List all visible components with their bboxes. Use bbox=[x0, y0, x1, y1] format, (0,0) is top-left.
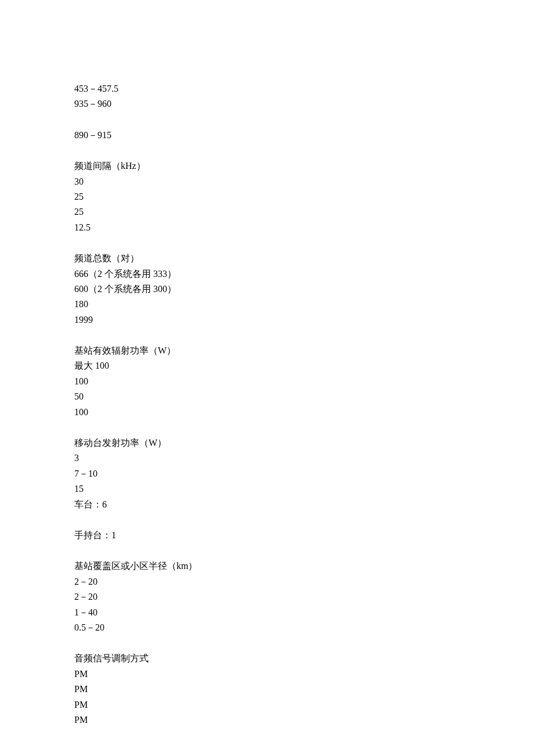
text-line: 180 bbox=[74, 297, 460, 312]
text-line: 频道间隔（kHz） bbox=[74, 159, 460, 174]
text-line: 25 bbox=[74, 189, 460, 204]
text-line: PM bbox=[74, 712, 460, 728]
text-line: 1－40 bbox=[74, 605, 460, 620]
text-line: 7－10 bbox=[74, 466, 460, 481]
text-line: PM bbox=[74, 667, 460, 682]
text-line: 车台：6 bbox=[74, 497, 460, 512]
section-mobile-power: 移动台发射功率（W） 3 7－10 15 车台：6 bbox=[74, 435, 460, 512]
text-line: 50 bbox=[74, 389, 460, 404]
text-line: 手持台：1 bbox=[74, 528, 460, 543]
text-line: 935－960 bbox=[74, 96, 460, 111]
text-line: 2－20 bbox=[74, 574, 460, 589]
text-line: 100 bbox=[74, 374, 460, 389]
text-line: 音频信号调制方式 bbox=[74, 651, 460, 666]
section-freq-range-1: 453－457.5 935－960 bbox=[74, 81, 460, 112]
text-line: 基站覆盖区或小区半径（km） bbox=[74, 559, 460, 574]
text-line: 600（2 个系统各用 300） bbox=[74, 282, 460, 297]
text-line: 453－457.5 bbox=[74, 81, 460, 96]
text-line: 3 bbox=[74, 451, 460, 466]
text-line: 25 bbox=[74, 204, 460, 219]
text-line: 频道总数（对） bbox=[74, 251, 460, 266]
text-line: 2－20 bbox=[74, 589, 460, 604]
text-line: 30 bbox=[74, 174, 460, 189]
section-modulation: 音频信号调制方式 PM PM PM PM bbox=[74, 651, 460, 728]
text-line: 666（2 个系统各用 333） bbox=[74, 267, 460, 282]
section-channel-spacing: 频道间隔（kHz） 30 25 25 12.5 bbox=[74, 159, 460, 235]
text-line: 15 bbox=[74, 481, 460, 496]
text-line: 最大 100 bbox=[74, 358, 460, 373]
text-line: 100 bbox=[74, 405, 460, 420]
text-line: 0.5－20 bbox=[74, 620, 460, 635]
text-line: 12.5 bbox=[74, 220, 460, 235]
text-line: PM bbox=[74, 697, 460, 712]
text-line: 基站有效辐射功率（W） bbox=[74, 343, 460, 358]
text-line: 1999 bbox=[74, 312, 460, 327]
section-base-station-power: 基站有效辐射功率（W） 最大 100 100 50 100 bbox=[74, 343, 460, 420]
text-line: PM bbox=[74, 682, 460, 697]
text-line: 890－915 bbox=[74, 128, 460, 143]
section-handheld: 手持台：1 bbox=[74, 528, 460, 543]
section-coverage-radius: 基站覆盖区或小区半径（km） 2－20 2－20 1－40 0.5－20 bbox=[74, 559, 460, 635]
section-freq-range-2: 890－915 bbox=[74, 128, 460, 143]
text-line: 移动台发射功率（W） bbox=[74, 435, 460, 451]
section-channel-total: 频道总数（对） 666（2 个系统各用 333） 600（2 个系统各用 300… bbox=[74, 251, 460, 327]
